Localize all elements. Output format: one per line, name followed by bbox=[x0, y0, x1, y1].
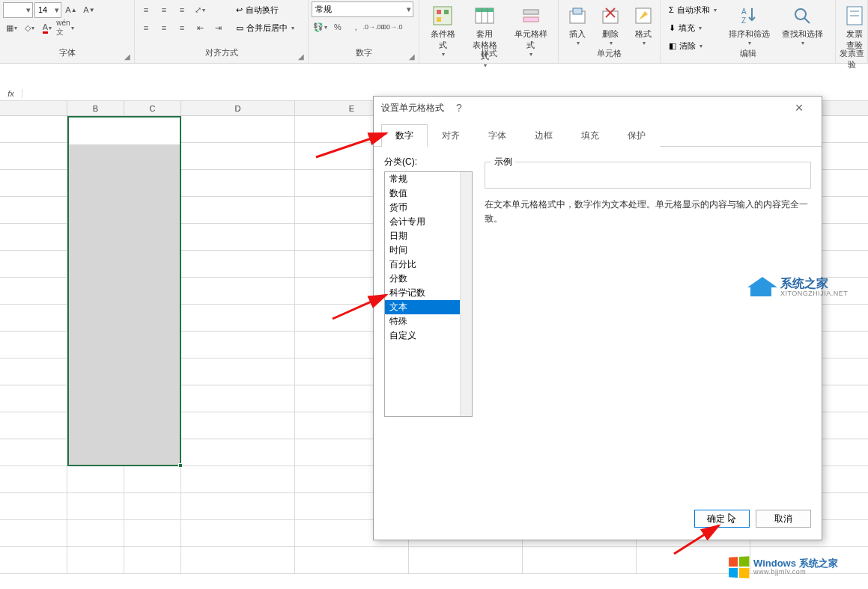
category-item[interactable]: 日期 bbox=[385, 229, 472, 243]
fill-color-button[interactable]: ◇▾ bbox=[21, 19, 37, 36]
ribbon-group-cells: 插入▾ 删除▾ 格式▾ 单元格 bbox=[559, 0, 661, 63]
listbox-scrollbar[interactable] bbox=[460, 172, 472, 416]
merge-center-button[interactable]: ▭合并后居中▾ bbox=[231, 19, 300, 36]
decrease-indent-button[interactable]: ⇤ bbox=[192, 19, 208, 36]
group-label-align: 对齐方式 bbox=[138, 46, 305, 61]
font-size-combo[interactable]: 14▾ bbox=[34, 2, 61, 18]
chevron-down-icon: ▾ bbox=[26, 5, 31, 15]
wrap-text-button[interactable]: ↩自动换行 bbox=[231, 1, 300, 18]
ribbon-group-editing: Σ自动求和▾ ⬇填充▾ ◧清除▾ AZ 排序和筛选▾ 查找和选择▾ 编辑 bbox=[661, 0, 836, 63]
svg-rect-9 bbox=[523, 17, 538, 22]
ribbon-group-styles: 条件格式▾ 套用 表格格式▾ 单元格样式▾ 样式 bbox=[419, 0, 559, 63]
svg-text:A: A bbox=[741, 7, 747, 16]
category-item[interactable]: 会计专用 bbox=[385, 215, 472, 229]
conditional-format-icon bbox=[431, 4, 455, 28]
col-header[interactable]: C bbox=[124, 101, 181, 115]
dialog-titlebar[interactable]: 设置单元格格式 ? × bbox=[374, 97, 822, 119]
align-dialog-launcher[interactable]: ◢ bbox=[296, 51, 306, 61]
ribbon-group-alignment: ≡ ≡ ≡ ⤢▾ ≡ ≡ ≡ ⇤ ⇥ ↩自动换行 ▭合并后居中▾ 对齐方式 ◢ bbox=[135, 0, 309, 63]
tab-alignment[interactable]: 对齐 bbox=[428, 124, 474, 147]
wrap-icon: ↩ bbox=[236, 5, 243, 15]
chevron-down-icon: ▾ bbox=[407, 4, 411, 14]
category-item[interactable]: 科学记数 bbox=[385, 286, 472, 300]
category-listbox[interactable]: 常规 数值 货币 会计专用 日期 时间 百分比 分数 科学记数 文本 特殊 自定… bbox=[384, 171, 473, 417]
category-item[interactable]: 常规 bbox=[385, 172, 472, 186]
insert-icon bbox=[565, 4, 589, 28]
sort-filter-button[interactable]: AZ 排序和筛选▾ bbox=[723, 1, 775, 49]
format-description: 在文本单元格格式中，数字作为文本处理。单元格显示的内容与输入的内容完全一致。 bbox=[485, 198, 811, 226]
chevron-down-icon: ▾ bbox=[55, 5, 59, 15]
increase-decimal-button[interactable]: .0→.00 bbox=[365, 19, 382, 35]
decrease-decimal-button[interactable]: .00→.0 bbox=[383, 19, 400, 35]
tab-protection[interactable]: 保护 bbox=[613, 124, 660, 147]
svg-rect-1 bbox=[437, 10, 441, 14]
ok-button[interactable]: 确定 bbox=[694, 510, 750, 528]
fill-button[interactable]: ⬇填充▾ bbox=[664, 19, 722, 36]
category-item-selected[interactable]: 文本 bbox=[385, 300, 472, 314]
col-header[interactable]: D bbox=[181, 101, 295, 115]
svg-rect-2 bbox=[444, 10, 449, 14]
accounting-format-button[interactable]: 💱▾ bbox=[312, 19, 328, 35]
border-button[interactable]: ▦▾ bbox=[3, 19, 19, 36]
col-header[interactable]: B bbox=[67, 101, 124, 115]
autosum-button[interactable]: Σ自动求和▾ bbox=[664, 1, 722, 18]
ribbon-group-font: ▾ 14▾ A▲ A▼ ▦▾ ◇▾ A▾ wén文▾ 字体 ◢ bbox=[0, 0, 135, 63]
align-right-button[interactable]: ≡ bbox=[174, 19, 190, 36]
increase-indent-button[interactable]: ⇥ bbox=[210, 19, 226, 36]
category-item[interactable]: 货币 bbox=[385, 201, 472, 215]
svg-rect-5 bbox=[476, 8, 494, 12]
dialog-title: 设置单元格格式 bbox=[381, 102, 444, 115]
tab-number[interactable]: 数字 bbox=[381, 124, 428, 147]
tab-font[interactable]: 字体 bbox=[474, 124, 521, 147]
delete-button[interactable]: 删除▾ bbox=[595, 1, 626, 49]
col-header[interactable] bbox=[0, 101, 67, 115]
delete-icon bbox=[598, 4, 622, 28]
dialog-close-button[interactable]: × bbox=[784, 100, 814, 116]
insert-button[interactable]: 插入▾ bbox=[562, 1, 593, 49]
align-center-button[interactable]: ≡ bbox=[156, 19, 172, 36]
svg-rect-8 bbox=[523, 10, 538, 14]
tab-border[interactable]: 边框 bbox=[521, 124, 567, 147]
merge-icon: ▭ bbox=[236, 23, 243, 33]
group-label-cells: 单元格 bbox=[562, 46, 657, 62]
category-item[interactable]: 自定义 bbox=[385, 329, 472, 343]
category-item[interactable]: 特殊 bbox=[385, 314, 472, 329]
dialog-tabs: 数字 对齐 字体 边框 填充 保护 bbox=[374, 119, 822, 147]
percent-button[interactable]: % bbox=[330, 19, 346, 35]
align-top-button[interactable]: ≡ bbox=[138, 1, 154, 18]
invoice-check-button[interactable]: 发票 查验 bbox=[839, 1, 868, 53]
svg-point-18 bbox=[795, 9, 806, 19]
dialog-body: 分类(C): 常规 数值 货币 会计专用 日期 时间 百分比 分数 科学记数 文… bbox=[374, 147, 822, 426]
orientation-button[interactable]: ⤢▾ bbox=[192, 1, 208, 18]
phonetic-button[interactable]: wén文▾ bbox=[57, 19, 73, 36]
font-dialog-launcher[interactable]: ◢ bbox=[122, 51, 133, 61]
category-item[interactable]: 时间 bbox=[385, 243, 472, 257]
sort-filter-icon: AZ bbox=[737, 4, 761, 28]
decrease-font-button[interactable]: A▼ bbox=[81, 1, 97, 18]
font-name-combo[interactable]: ▾ bbox=[3, 2, 33, 18]
find-select-button[interactable]: 查找和选择▾ bbox=[777, 1, 828, 49]
category-item[interactable]: 分数 bbox=[385, 272, 472, 286]
category-item[interactable]: 百分比 bbox=[385, 257, 472, 272]
cancel-button[interactable]: 取消 bbox=[756, 510, 811, 528]
number-format-combo[interactable]: 常规▾ bbox=[312, 1, 413, 17]
ribbon-group-number: 常规▾ 💱▾ % , .0→.00 .00→.0 数字 ◢ bbox=[309, 0, 419, 63]
tab-fill[interactable]: 填充 bbox=[567, 124, 613, 147]
category-item[interactable]: 数值 bbox=[385, 186, 472, 201]
align-middle-button[interactable]: ≡ bbox=[156, 1, 172, 18]
number-dialog-launcher[interactable]: ◢ bbox=[407, 51, 417, 61]
svg-line-19 bbox=[804, 18, 810, 23]
fill-handle[interactable] bbox=[178, 463, 183, 468]
fx-label[interactable]: fx bbox=[0, 89, 22, 98]
svg-rect-3 bbox=[437, 17, 441, 22]
align-left-button[interactable]: ≡ bbox=[138, 19, 154, 36]
comma-button[interactable]: , bbox=[347, 19, 364, 35]
font-color-button[interactable]: A▾ bbox=[39, 19, 55, 36]
svg-rect-11 bbox=[573, 8, 582, 14]
increase-font-button[interactable]: A▲ bbox=[63, 1, 79, 18]
align-bottom-button[interactable]: ≡ bbox=[174, 1, 190, 18]
fill-down-icon: ⬇ bbox=[669, 23, 676, 33]
format-button[interactable]: 格式▾ bbox=[628, 1, 659, 49]
group-label-number: 数字 bbox=[312, 46, 416, 61]
dialog-help-button[interactable]: ? bbox=[444, 102, 474, 114]
